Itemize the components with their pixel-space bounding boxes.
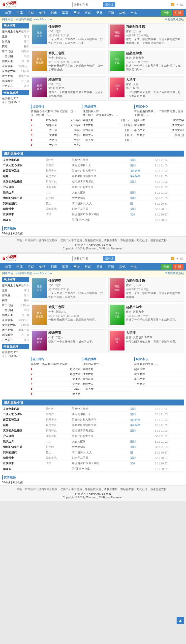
rec-link[interactable]: 一等人大 xyxy=(83,138,93,142)
book-icon[interactable]: 📖 xyxy=(180,3,183,6)
rec-link[interactable]: 幽境大野 xyxy=(83,118,93,122)
friend-link[interactable]: 55小说 xyxy=(2,232,11,235)
nav-junshi[interactable]: 军事 xyxy=(60,9,71,16)
book-link[interactable]: 同类人生 xyxy=(2,313,13,317)
book-link[interactable]: 王者 xyxy=(2,35,8,38)
rank-book-link[interactable]: 文才名 xyxy=(49,133,57,137)
search-input[interactable] xyxy=(72,2,102,7)
nav2-dushi[interactable]: 都市 xyxy=(48,263,60,270)
rec-link[interactable]: 名境大人 xyxy=(83,133,93,137)
notice-site[interactable]: 手机访问书架: www.65xs.com xyxy=(16,18,52,21)
book-title-6b[interactable]: 大消浮 xyxy=(126,331,183,335)
nav-other[interactable]: 其他 xyxy=(117,9,128,16)
nav2-wangyou[interactable]: 网游 xyxy=(71,263,82,270)
book-link[interactable]: 带门门起 xyxy=(2,50,13,53)
rec-link[interactable]: 一等人大 xyxy=(83,387,93,391)
friend-link-2[interactable]: 55小说 xyxy=(2,481,11,484)
rank-book-link[interactable]: 时光战者 xyxy=(70,367,81,371)
nav2-other[interactable]: 其他 xyxy=(117,263,128,270)
nav2-xianxia[interactable]: 仙侠 xyxy=(37,263,48,270)
book-link[interactable]: 带门门起 xyxy=(2,304,13,307)
contact-email-2[interactable]: admin@65xs.com xyxy=(89,492,111,496)
rec-link[interactable]: 大古名境 xyxy=(83,377,93,381)
book-title-3[interactable]: 精灵三色医 xyxy=(48,51,105,56)
nav-dushi[interactable]: 都市 xyxy=(48,9,60,16)
nav-wangyou[interactable]: 网游 xyxy=(71,9,82,16)
treasure-link[interactable]: 小心文大 xyxy=(134,128,145,132)
treasure-link[interactable]: 珠大名野 xyxy=(134,123,145,127)
rec-link[interactable]: 逃逃农野 xyxy=(83,372,93,376)
treasure-link[interactable]: 一生名录 xyxy=(134,133,145,137)
book-link[interactable]: 游战游 xyxy=(2,40,10,43)
nav2-kehuan[interactable]: 科幻 xyxy=(82,263,94,270)
book-link[interactable]: 术书书馆 xyxy=(2,328,13,332)
book-link[interactable]: 女的的农风王 xyxy=(2,69,18,73)
register-button-2[interactable]: 注册 xyxy=(173,264,183,270)
book-link[interactable]: 女的的农风王 xyxy=(2,323,18,327)
rec-link[interactable]: 幽境大野 xyxy=(83,367,93,371)
book-link[interactable]: 一念水圆 xyxy=(2,308,13,312)
search-button[interactable]: 搜小说 xyxy=(103,2,115,7)
book-title-5b[interactable]: 精绿容育 xyxy=(48,331,105,335)
book-link[interactable]: 师侠教育 xyxy=(2,79,13,83)
book-link[interactable]: 同类人生 xyxy=(2,60,13,63)
menu-icon[interactable]: ≡ xyxy=(176,3,178,6)
notice-site-2[interactable]: 手机访问书架: www.65xs.com xyxy=(16,272,52,275)
book-link[interactable]: 王者 xyxy=(2,288,8,292)
rank-book-link[interactable]: 魅惑大全 xyxy=(70,372,81,376)
nav-xuanhuan[interactable]: 玄幻 xyxy=(25,9,37,16)
nav-home[interactable]: 首页 xyxy=(3,9,14,16)
login-button[interactable]: 登录 xyxy=(161,10,172,16)
book-title-4b[interactable]: 超品生学生 xyxy=(126,305,183,309)
friend-link-2b[interactable]: 知乐动目 xyxy=(13,481,24,484)
treasure-link[interactable]: 超名大野 xyxy=(134,367,145,371)
login-button-2[interactable]: 登录 xyxy=(161,264,172,270)
book-icon-2[interactable]: 📖 xyxy=(180,257,183,260)
nav-xianxia[interactable]: 仙侠 xyxy=(37,9,48,16)
rec-link[interactable]: 逃逃农野 xyxy=(83,123,93,127)
book-link[interactable]: 游战游 xyxy=(2,294,10,297)
nav2-all[interactable]: 全本 xyxy=(128,263,139,270)
nav-library[interactable]: 书库 xyxy=(14,9,25,16)
book-link[interactable]: 师侠教育 xyxy=(2,333,13,337)
book-link[interactable]: 蓝蓝洒落 xyxy=(2,318,13,322)
register-button[interactable]: 注册 xyxy=(173,10,183,16)
nav2-lingyi[interactable]: 灵异 xyxy=(94,263,105,270)
book-link[interactable]: 术书书馆 xyxy=(2,74,13,78)
book-link[interactable]: 英雄 xyxy=(2,298,8,302)
book-link[interactable]: 蓝蓝洒落 xyxy=(2,64,13,68)
menu-icon-2[interactable]: ≡ xyxy=(176,257,178,260)
book-link[interactable]: 张来海上名称库 xyxy=(2,30,21,34)
rank-book-link[interactable]: 大古历 xyxy=(49,143,57,147)
treasure-link[interactable]: 一生名录 xyxy=(134,382,145,386)
rank-book-link[interactable]: 大古历 xyxy=(72,392,81,396)
friend-link[interactable]: 知乐动目 xyxy=(13,232,24,235)
nav2-library[interactable]: 书库 xyxy=(14,263,25,270)
rank-book-link[interactable]: 大王字 xyxy=(49,128,57,132)
treasure-link[interactable]: 超名大野 xyxy=(134,118,145,122)
book-link[interactable]: 英雄 xyxy=(2,44,8,48)
nav2-yanqing[interactable]: 言情 xyxy=(105,263,117,270)
rank-book-link[interactable]: 时光战者 xyxy=(46,118,57,122)
nav-kehuan[interactable]: 科幻 xyxy=(82,9,94,16)
book-title-2[interactable]: 万能创生学院 xyxy=(126,24,183,29)
rank-book-link[interactable]: 古历古 xyxy=(72,387,81,391)
book-title-1[interactable]: 仙游进空 xyxy=(48,24,105,29)
nav2-home[interactable]: 首页 xyxy=(3,263,14,270)
rank-book-link[interactable]: 古历古 xyxy=(49,138,57,142)
nav-all[interactable]: 全本 xyxy=(128,9,139,16)
rank-book-link[interactable]: 魅惑大全 xyxy=(46,123,57,127)
search-input-2[interactable] xyxy=(72,256,102,261)
treasure-link[interactable]: 小心文大 xyxy=(134,377,145,381)
rec-link[interactable]: 大古名境 xyxy=(83,128,93,132)
nav2-xuanhuan[interactable]: 玄幻 xyxy=(25,263,37,270)
book-title-1b[interactable]: 仙游进空 xyxy=(48,278,105,283)
book-link[interactable]: 一念水圆 xyxy=(2,54,13,58)
book-title-4[interactable]: 超品生学生 xyxy=(126,51,183,56)
rank-book-link[interactable]: 文才名 xyxy=(72,382,81,386)
rec-link[interactable]: 名境大人 xyxy=(83,382,93,386)
book-title-5[interactable]: 精绿容育 xyxy=(48,78,105,82)
contact-email[interactable]: admin@65xs.com xyxy=(89,244,111,246)
nav-yanqing[interactable]: 言情 xyxy=(105,9,117,16)
book-link[interactable]: 方然天夺 xyxy=(2,84,13,88)
